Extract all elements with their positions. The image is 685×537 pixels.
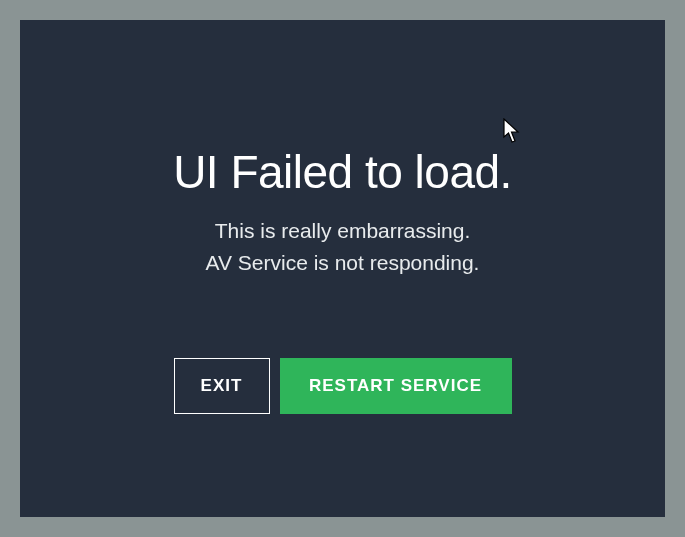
dialog-subtitle-line1: This is really embarrassing.: [206, 215, 480, 247]
dialog-subtitle-block: This is really embarrassing. AV Service …: [206, 215, 480, 278]
dialog-subtitle-line2: AV Service is not responding.: [206, 247, 480, 279]
error-dialog: UI Failed to load. This is really embarr…: [20, 20, 665, 517]
button-row: EXIT RESTART SERVICE: [174, 358, 512, 414]
dialog-title: UI Failed to load.: [173, 145, 512, 199]
restart-service-button[interactable]: RESTART SERVICE: [280, 358, 512, 414]
exit-button[interactable]: EXIT: [174, 358, 270, 414]
